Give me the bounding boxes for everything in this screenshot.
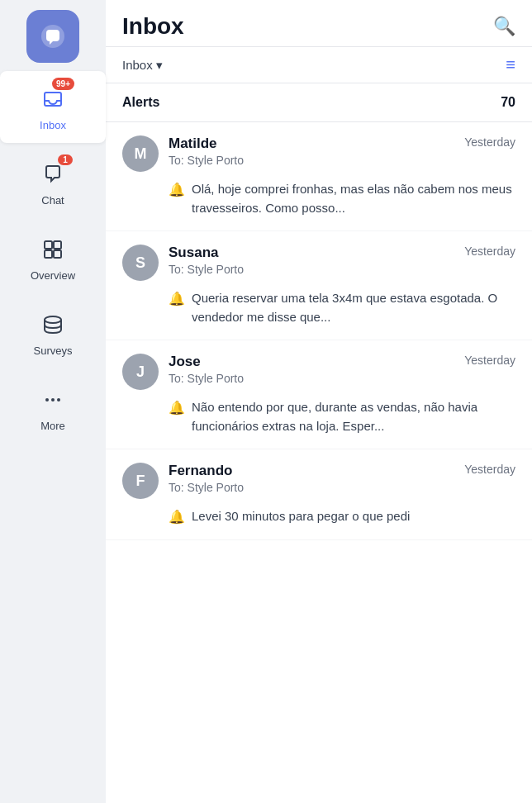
message-text: Olá, hoje comprei fronhas, mas elas não … (192, 180, 515, 217)
message-to: To: Style Porto (169, 481, 515, 494)
chat-badge: 1 (58, 154, 73, 165)
message-to: To: Style Porto (169, 263, 515, 276)
message-top: M Matilde Yesterday To: Style Porto (122, 135, 515, 172)
message-sender: Susana (169, 245, 218, 261)
svg-point-7 (45, 398, 49, 402)
bell-icon: 🔔 (169, 182, 185, 197)
inbox-icon (41, 88, 64, 111)
avatar: S (122, 245, 159, 281)
inbox-dropdown[interactable]: Inbox ▾ (122, 58, 163, 73)
message-info: Jose Yesterday To: Style Porto (169, 354, 515, 385)
avatar: J (122, 354, 159, 390)
message-preview: 🔔 Não entendo por que, durante as vendas… (169, 398, 515, 435)
message-header: Susana Yesterday (169, 245, 515, 261)
chat-icon (41, 163, 64, 186)
sidebar-item-more[interactable]: More (0, 372, 106, 444)
message-top: J Jose Yesterday To: Style Porto (122, 354, 515, 390)
message-time: Yesterday (464, 463, 515, 476)
search-icon[interactable]: 🔍 (493, 16, 515, 37)
surveys-icon-wrapper (36, 308, 69, 341)
message-to: To: Style Porto (169, 154, 515, 167)
message-time: Yesterday (464, 245, 515, 258)
inbox-icon-wrapper: 99+ (36, 83, 69, 116)
chat-icon-wrapper: 1 (36, 158, 69, 191)
message-preview: 🔔 Olá, hoje comprei fronhas, mas elas nã… (169, 180, 515, 217)
message-text: Queria reservar uma tela 3x4m que estava… (192, 289, 515, 326)
bell-icon: 🔔 (169, 400, 185, 416)
message-item[interactable]: J Jose Yesterday To: Style Porto 🔔 Não e… (106, 340, 532, 449)
bell-icon: 🔔 (169, 509, 185, 525)
more-icon-wrapper (36, 383, 69, 416)
sidebar: 99+ Inbox 1 Chat Overview (0, 0, 106, 803)
message-info: Susana Yesterday To: Style Porto (169, 245, 515, 276)
message-top: F Fernando Yesterday To: Style Porto (122, 463, 515, 499)
message-header: Matilde Yesterday (169, 135, 515, 152)
message-info: Fernando Yesterday To: Style Porto (169, 463, 515, 494)
message-to: To: Style Porto (169, 372, 515, 385)
message-info: Matilde Yesterday To: Style Porto (169, 135, 515, 167)
sidebar-more-label: More (40, 420, 65, 432)
message-sender: Matilde (169, 135, 217, 152)
message-time: Yesterday (464, 135, 515, 149)
alerts-bar: Alerts 70 (106, 83, 532, 122)
sidebar-overview-label: Overview (31, 269, 75, 282)
sidebar-item-chat[interactable]: 1 Chat (0, 146, 106, 218)
message-text: Não entendo por que, durante as vendas, … (192, 398, 515, 435)
sidebar-surveys-label: Surveys (34, 344, 73, 357)
avatar: F (122, 463, 159, 499)
app-logo[interactable] (26, 10, 79, 63)
svg-rect-3 (54, 241, 61, 249)
message-sender: Jose (169, 354, 201, 370)
svg-rect-2 (45, 241, 52, 249)
message-preview: 🔔 Levei 30 minutos para pegar o que pedi (169, 507, 515, 526)
overview-icon-wrapper (36, 233, 69, 266)
avatar: M (122, 135, 159, 172)
message-header: Jose Yesterday (169, 354, 515, 370)
message-time: Yesterday (464, 354, 515, 367)
sidebar-inbox-label: Inbox (40, 119, 66, 131)
bell-icon: 🔔 (169, 291, 185, 306)
svg-point-6 (45, 316, 61, 323)
more-icon (41, 388, 64, 411)
inbox-dropdown-label: Inbox (122, 58, 153, 72)
subheader: Inbox ▾ ≡ (106, 47, 532, 83)
alerts-label: Alerts (122, 95, 159, 110)
sidebar-item-inbox[interactable]: 99+ Inbox (0, 71, 106, 143)
svg-rect-4 (45, 250, 52, 258)
chevron-down-icon: ▾ (156, 58, 163, 73)
sidebar-item-surveys[interactable]: Surveys (0, 297, 106, 368)
message-item[interactable]: S Susana Yesterday To: Style Porto 🔔 Que… (106, 231, 532, 340)
overview-icon (41, 238, 64, 261)
alerts-count: 70 (501, 95, 515, 110)
inbox-badge: 99+ (52, 78, 74, 90)
svg-rect-5 (54, 250, 61, 258)
message-item[interactable]: M Matilde Yesterday To: Style Porto 🔔 Ol… (106, 122, 532, 231)
main-panel: Inbox 🔍 Inbox ▾ ≡ Alerts 70 M Matilde Ye… (106, 0, 532, 803)
message-item[interactable]: F Fernando Yesterday To: Style Porto 🔔 L… (106, 449, 532, 540)
filter-icon[interactable]: ≡ (506, 55, 515, 74)
logo-icon (38, 21, 68, 51)
message-preview: 🔔 Queria reservar uma tela 3x4m que esta… (169, 289, 515, 326)
svg-point-9 (57, 398, 60, 402)
message-header: Fernando Yesterday (169, 463, 515, 479)
message-sender: Fernando (169, 463, 232, 479)
surveys-icon (41, 313, 64, 336)
page-title: Inbox (122, 13, 184, 40)
sidebar-item-overview[interactable]: Overview (0, 221, 106, 293)
sidebar-chat-label: Chat (41, 194, 64, 207)
header: Inbox 🔍 (106, 0, 532, 47)
message-text: Levei 30 minutos para pegar o que pedi (192, 507, 410, 526)
messages-list: M Matilde Yesterday To: Style Porto 🔔 Ol… (106, 122, 532, 803)
svg-point-8 (51, 398, 55, 402)
message-top: S Susana Yesterday To: Style Porto (122, 245, 515, 281)
